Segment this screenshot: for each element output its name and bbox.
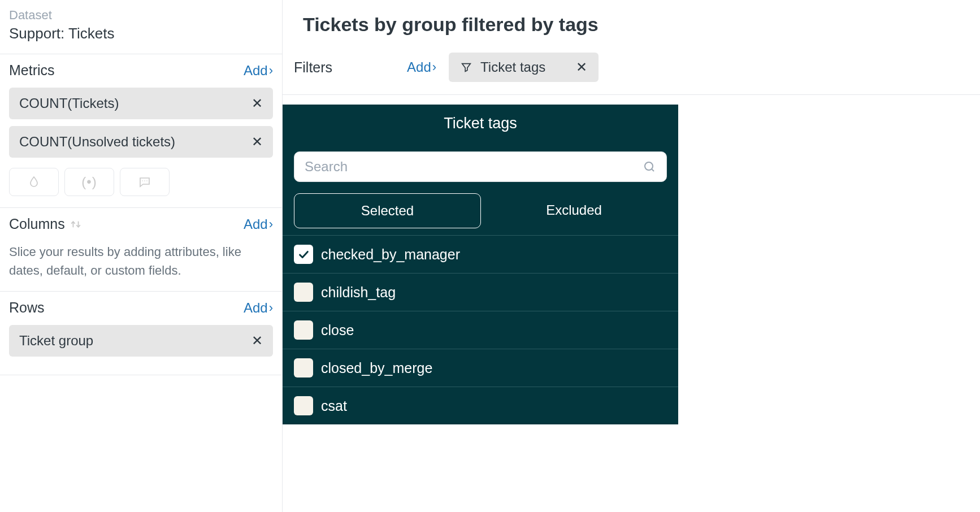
close-icon[interactable]: ✕ (251, 134, 263, 150)
check-icon (297, 248, 310, 261)
columns-title: Columns (9, 216, 82, 232)
tag-label: closed_by_merge (321, 360, 432, 376)
tag-label: close (321, 322, 354, 339)
add-column-button[interactable]: Add › (244, 216, 273, 232)
metric-pill[interactable]: COUNT(Tickets) ✕ (9, 88, 273, 119)
checkbox[interactable] (294, 283, 313, 302)
columns-section: Columns Add › Slice your results by addi… (0, 208, 282, 292)
page-title: Tickets by group filtered by tags (283, 0, 980, 53)
filters-label: Filters (294, 59, 332, 76)
metrics-title: Metrics (9, 62, 55, 79)
checkbox[interactable] (294, 358, 313, 378)
metrics-section: Metrics Add › COUNT(Tickets) ✕ COUNT(Uns… (0, 54, 282, 208)
tag-row[interactable]: close (283, 311, 678, 349)
tab-selected[interactable]: Selected (294, 193, 481, 228)
rows-section: Rows Add › Ticket group ✕ (0, 292, 282, 375)
filter-chip-ticket-tags[interactable]: Ticket tags ✕ (449, 53, 599, 82)
drop-icon-button[interactable] (9, 168, 59, 196)
filter-chip-label: Ticket tags (480, 59, 545, 75)
main: Tickets by group filtered by tags Filter… (283, 0, 980, 512)
add-row-button[interactable]: Add › (244, 300, 273, 316)
chevron-right-icon: › (432, 60, 436, 75)
metric-pill[interactable]: COUNT(Unsolved tickets) ✕ (9, 126, 273, 158)
dataset-name[interactable]: Support: Tickets (9, 25, 273, 42)
tag-row[interactable]: checked_by_manager (283, 235, 678, 273)
comment-icon-button[interactable] (120, 168, 170, 196)
broadcast-icon-button[interactable]: (•) (64, 168, 114, 196)
chevron-right-icon: › (269, 63, 273, 78)
dataset-label: Dataset (9, 8, 273, 23)
comment-icon (138, 175, 151, 189)
broadcast-icon: (•) (81, 174, 97, 190)
tag-row[interactable]: closed_by_merge (283, 349, 678, 387)
tag-label: childish_tag (321, 284, 396, 301)
ticket-tags-dropdown: Ticket tags Selected Excluded (283, 105, 678, 424)
row-pill[interactable]: Ticket group ✕ (9, 325, 273, 357)
rows-title: Rows (9, 300, 45, 316)
checkbox[interactable] (294, 245, 313, 264)
swap-icon[interactable] (70, 218, 82, 231)
selected-excluded-toggle: Selected Excluded (294, 193, 667, 228)
svg-point-0 (645, 162, 653, 170)
search-icon (643, 160, 656, 173)
tag-row[interactable]: csat (283, 387, 678, 424)
close-icon[interactable]: ✕ (251, 333, 263, 349)
dataset-section: Dataset Support: Tickets (0, 0, 282, 54)
tag-label: checked_by_manager (321, 246, 460, 263)
add-metric-button[interactable]: Add › (244, 63, 273, 79)
metric-label: COUNT(Tickets) (19, 96, 119, 111)
tag-list: checked_by_manager childish_tag close (283, 235, 678, 424)
sidebar: Dataset Support: Tickets Metrics Add › C… (0, 0, 283, 512)
checkbox[interactable] (294, 396, 313, 415)
tab-excluded[interactable]: Excluded (481, 193, 667, 228)
tag-label: csat (321, 398, 347, 414)
search-field[interactable] (294, 151, 667, 182)
row-label: Ticket group (19, 333, 93, 349)
close-icon[interactable]: ✕ (251, 96, 263, 111)
metric-icon-row: (•) (9, 168, 273, 196)
add-filter-button[interactable]: Add › (407, 59, 436, 75)
dropdown-title: Ticket tags (283, 115, 678, 142)
metric-label: COUNT(Unsolved tickets) (19, 134, 175, 150)
tag-row[interactable]: childish_tag (283, 273, 678, 311)
drop-icon (27, 175, 41, 189)
close-icon[interactable]: ✕ (576, 59, 587, 75)
filters-bar: Filters Add › Ticket tags ✕ (283, 53, 980, 95)
checkbox[interactable] (294, 320, 313, 340)
chevron-right-icon: › (269, 217, 273, 232)
chevron-right-icon: › (269, 301, 273, 315)
search-input[interactable] (305, 159, 636, 175)
filter-icon (460, 61, 472, 73)
columns-help-text: Slice your results by adding attributes,… (9, 241, 273, 280)
